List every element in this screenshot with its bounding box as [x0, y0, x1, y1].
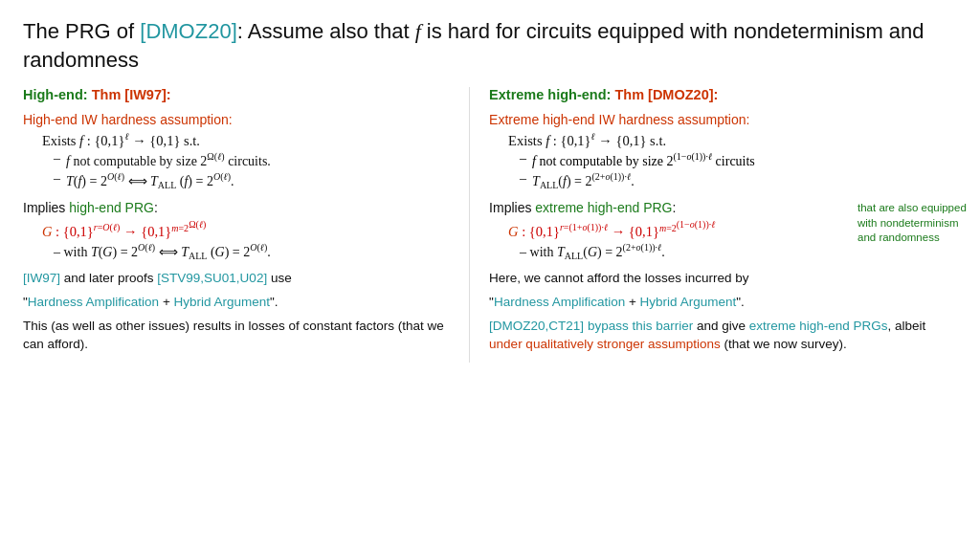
- left-hybrid: Hybrid Argument: [174, 295, 271, 309]
- left-ref-iw97: [IW97]: [23, 271, 60, 285]
- right-extreme-prgs: extreme high-end PRGs: [749, 319, 888, 333]
- left-assumption-block: High-end IW hardness assumption: Exists …: [23, 112, 450, 190]
- right-bullet1-text: f not computable by size 2(1−o(1))·ℓ cir…: [532, 151, 755, 169]
- right-label: Extreme high-end:: [489, 87, 611, 102]
- left-footer3: This (as well as other issues) results i…: [23, 318, 450, 354]
- right-ref-dmoz: [DMOZ20,CT21]: [489, 319, 584, 333]
- right-bullet1-container: – f not computable by size 2(1−o(1))·ℓ c…: [520, 151, 957, 169]
- right-annotation: that are also equipped with nondetermini…: [858, 201, 972, 246]
- left-column: High-end: Thm [IW97]: High-end IW hardne…: [23, 87, 470, 363]
- left-thm: Thm [IW97]:: [88, 87, 171, 102]
- left-exists-line: Exists f : {0,1}ℓ → {0,1} s.t.: [42, 131, 450, 149]
- right-footer-block: Here, we cannot afford the losses incurr…: [489, 270, 957, 354]
- right-assumption-block: Extreme high-end IW hardness assumption:…: [489, 112, 957, 190]
- left-section-title: High-end: Thm [IW97]:: [23, 87, 171, 102]
- left-ref-later: [STV99,SU01,U02]: [157, 271, 267, 285]
- title-middle: : Assume also that: [237, 19, 415, 43]
- right-thm: Thm [DMOZ20]:: [611, 87, 718, 102]
- right-bullet2: TALL(f) = 2(2+o(1))·ℓ.: [520, 171, 957, 190]
- right-footer2: "Hardness Amplification + Hybrid Argumen…: [489, 294, 957, 312]
- right-implies-highlight: extreme high-end PRG: [535, 200, 672, 215]
- left-implies-line: Implies high-end PRG:: [23, 200, 450, 215]
- left-footer-block: [IW97] and later proofs [STV99,SU01,U02]…: [23, 270, 450, 354]
- left-implies-highlight: high-end PRG: [69, 200, 154, 215]
- left-g-line: G : {0,1}r=O(ℓ) → {0,1}m=2Ω(ℓ): [42, 218, 450, 240]
- right-footer1: Here, we cannot afford the losses incurr…: [489, 270, 957, 288]
- right-under-qual: under qualitatively stronger assumptions: [489, 337, 721, 351]
- left-footer2: "Hardness Amplification + Hybrid Argumen…: [23, 294, 450, 312]
- right-hybrid: Hybrid Argument: [640, 295, 737, 309]
- title-prefix: The PRG of: [23, 19, 140, 43]
- main-columns: High-end: Thm [IW97]: High-end IW hardne…: [23, 87, 957, 363]
- right-hardness-amp: Hardness Amplification: [494, 295, 625, 309]
- left-footer1: [IW97] and later proofs [STV99,SU01,U02]…: [23, 270, 450, 288]
- left-hardness-amp: Hardness Amplification: [28, 295, 159, 309]
- left-label: High-end:: [23, 87, 88, 102]
- right-section-title-block: Extreme high-end: Thm [DMOZ20]:: [489, 87, 957, 102]
- left-assumption-title: High-end IW hardness assumption:: [23, 112, 450, 127]
- left-with-line: – with T(G) = 2O(ℓ) ⟺ TALL (G) = 2O(ℓ).: [54, 242, 450, 261]
- page-title: The PRG of [DMOZ20]: Assume also that f …: [23, 17, 957, 74]
- title-citation: [DMOZ20]: [140, 19, 236, 43]
- right-footer3: [DMOZ20,CT21] bypass this barrier and gi…: [489, 318, 957, 354]
- right-bypass: bypass this barrier: [588, 319, 693, 333]
- right-assumption-title: Extreme high-end IW hardness assumption:: [489, 112, 957, 127]
- left-bullet1: f not computable by size 2Ω(ℓ) circuits.: [54, 151, 450, 169]
- right-column: Extreme high-end: Thm [DMOZ20]: Extreme …: [470, 87, 957, 363]
- right-exists-line: Exists f : {0,1}ℓ → {0,1} s.t.: [508, 131, 957, 149]
- left-section-title-block: High-end: Thm [IW97]:: [23, 87, 450, 102]
- page-container: The PRG of [DMOZ20]: Assume also that f …: [23, 17, 957, 363]
- right-bullet1-dash: –: [520, 151, 526, 166]
- right-section-title: Extreme high-end: Thm [DMOZ20]:: [489, 87, 718, 102]
- left-bullet2: T(f) = 2O(ℓ) ⟺ TALL (f) = 2O(ℓ).: [54, 171, 450, 190]
- left-implies-block: Implies high-end PRG: G : {0,1}r=O(ℓ) → …: [23, 200, 450, 262]
